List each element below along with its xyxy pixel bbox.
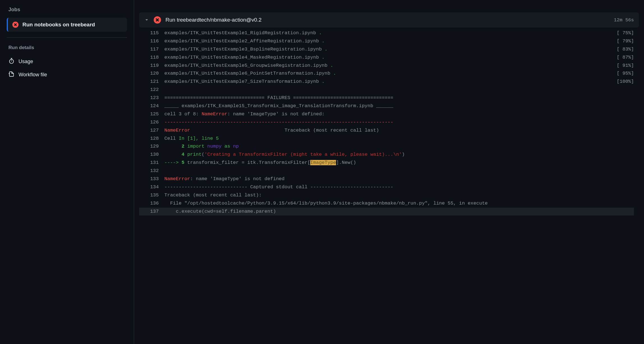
log-text: examples/ITK_UnitTestExample6_PointSetTr… — [164, 70, 634, 78]
log-text: Cell In [1], line 5 — [164, 135, 634, 143]
log-text: 4 print('Creating a TransformixFilter (m… — [164, 151, 634, 159]
log-text: NameError Traceback (most recent call la… — [164, 127, 634, 135]
chevron-down-icon[interactable] — [144, 17, 149, 22]
job-item-label: Run notebooks on treebeard — [22, 22, 95, 28]
log-line[interactable]: 117examples/ITK_UnitTestExample3_Bspline… — [139, 45, 634, 54]
line-number: 131 — [139, 159, 164, 167]
line-number: 130 — [139, 151, 164, 159]
line-number: 132 — [139, 167, 164, 175]
line-number: 135 — [139, 191, 164, 199]
log-text: ----------------------------- Captured s… — [164, 183, 634, 191]
usage-label: Usage — [19, 59, 33, 65]
progress-pct: [100%] — [617, 78, 634, 86]
progress-pct: [ 95%] — [617, 70, 634, 78]
line-number: 119 — [139, 62, 164, 70]
line-number: 122 — [139, 86, 164, 94]
log-line[interactable]: 137 c.execute(cwd=self.filename.parent) — [139, 208, 634, 216]
log-line[interactable]: 136 File "/opt/hostedtoolcache/Python/3.… — [139, 199, 634, 208]
workflow-file-label: Workflow file — [19, 72, 47, 78]
progress-pct: [ 91%] — [617, 62, 634, 70]
log-line[interactable]: 124_____ examples/ITK_Example15_Transfor… — [139, 102, 634, 110]
line-number: 134 — [139, 183, 164, 191]
file-icon — [8, 71, 15, 79]
log-line[interactable]: 135Traceback (most recent call last): — [139, 191, 634, 199]
line-number: 120 — [139, 70, 164, 78]
main: Run treebeardtech/nbmake-action@v0.2 12m… — [134, 0, 644, 344]
log-text: =================================== FAIL… — [164, 94, 634, 102]
progress-pct: [ 87%] — [617, 54, 634, 62]
step-header[interactable]: Run treebeardtech/nbmake-action@v0.2 12m… — [139, 12, 639, 27]
progress-pct: [ 75%] — [617, 29, 634, 37]
log-line[interactable]: 115examples/ITK_UnitTestExample1_RigidRe… — [139, 29, 634, 37]
log-line[interactable]: 131----> 5 transformix_filter = itk.Tran… — [139, 159, 634, 167]
line-number: 136 — [139, 199, 164, 208]
log-line[interactable]: 120examples/ITK_UnitTestExample6_PointSe… — [139, 70, 634, 78]
line-number: 129 — [139, 143, 164, 151]
line-number: 118 — [139, 54, 164, 62]
log-text: examples/ITK_UnitTestExample5_GroupwiseR… — [164, 62, 634, 70]
log-output[interactable]: 115examples/ITK_UnitTestExample1_RigidRe… — [139, 29, 639, 344]
log-text: examples/ITK_UnitTestExample2_AffineRegi… — [164, 37, 634, 45]
line-number: 137 — [139, 208, 164, 216]
line-number: 115 — [139, 29, 164, 37]
log-text: File "/opt/hostedtoolcache/Python/3.9.15… — [164, 199, 634, 208]
log-line[interactable]: 129 2 import numpy as np — [139, 143, 634, 151]
usage-link[interactable]: Usage — [7, 55, 127, 68]
line-number: 117 — [139, 45, 164, 54]
log-line[interactable]: 133NameError: name 'ImageType' is not de… — [139, 175, 634, 183]
log-text: _____ examples/ITK_Example15_Transformix… — [164, 102, 634, 110]
step-title: Run treebeardtech/nbmake-action@v0.2 — [165, 17, 610, 23]
log-text: ----------------------------------------… — [164, 118, 634, 127]
log-line[interactable]: 134----------------------------- Capture… — [139, 183, 634, 191]
log-line[interactable]: 126-------------------------------------… — [139, 118, 634, 127]
divider — [7, 37, 127, 38]
x-circle-icon — [154, 16, 161, 24]
log-line[interactable]: 127NameError Traceback (most recent call… — [139, 127, 634, 135]
log-text: ----> 5 transformix_filter = itk.Transfo… — [164, 159, 634, 167]
progress-pct: [ 79%] — [617, 37, 634, 45]
stopwatch-icon — [8, 58, 15, 65]
log-text: cell 3 of 8: NameError: name 'ImageType'… — [164, 110, 634, 118]
x-circle-icon — [12, 22, 19, 28]
log-line[interactable]: 118examples/ITK_UnitTestExample4_MaskedR… — [139, 54, 634, 62]
svg-point-0 — [10, 59, 14, 64]
progress-pct: [ 83%] — [617, 45, 634, 54]
log-line[interactable]: 132 — [139, 167, 634, 175]
line-number: 128 — [139, 135, 164, 143]
log-line[interactable]: 119examples/ITK_UnitTestExample5_Groupwi… — [139, 62, 634, 70]
log-line[interactable]: 128Cell In [1], line 5 — [139, 135, 634, 143]
line-number: 133 — [139, 175, 164, 183]
log-line[interactable]: 130 4 print('Creating a TransformixFilte… — [139, 151, 634, 159]
run-details-heading: Run details — [7, 45, 127, 51]
sidebar: Jobs Run notebooks on treebeard Run deta… — [0, 0, 134, 344]
line-number: 126 — [139, 118, 164, 127]
line-number: 127 — [139, 127, 164, 135]
log-text: examples/ITK_UnitTestExample3_BsplineReg… — [164, 45, 634, 54]
log-line[interactable]: 116examples/ITK_UnitTestExample2_AffineR… — [139, 37, 634, 45]
log-line[interactable]: 121examples/ITK_UnitTestExample7_SizeTra… — [139, 78, 634, 86]
step-duration: 12m 56s — [614, 17, 634, 23]
jobs-heading: Jobs — [7, 7, 127, 13]
log-text: Traceback (most recent call last): — [164, 191, 634, 199]
log-text: 2 import numpy as np — [164, 143, 634, 151]
line-number: 123 — [139, 94, 164, 102]
line-number: 121 — [139, 78, 164, 86]
log-line[interactable]: 125cell 3 of 8: NameError: name 'ImageTy… — [139, 110, 634, 118]
log-text: c.execute(cwd=self.filename.parent) — [164, 208, 634, 216]
job-item[interactable]: Run notebooks on treebeard — [7, 18, 127, 32]
line-number: 116 — [139, 37, 164, 45]
log-text: examples/ITK_UnitTestExample4_MaskedRegi… — [164, 54, 634, 62]
line-number: 125 — [139, 110, 164, 118]
log-line[interactable]: 123=================================== F… — [139, 94, 634, 102]
log-line[interactable]: 122 — [139, 86, 634, 94]
log-text: examples/ITK_UnitTestExample1_RigidRegis… — [164, 29, 634, 37]
log-text: examples/ITK_UnitTestExample7_SizeTransf… — [164, 78, 634, 86]
log-text: NameError: name 'ImageType' is not defin… — [164, 175, 634, 183]
workflow-file-link[interactable]: Workflow file — [7, 68, 127, 81]
line-number: 124 — [139, 102, 164, 110]
